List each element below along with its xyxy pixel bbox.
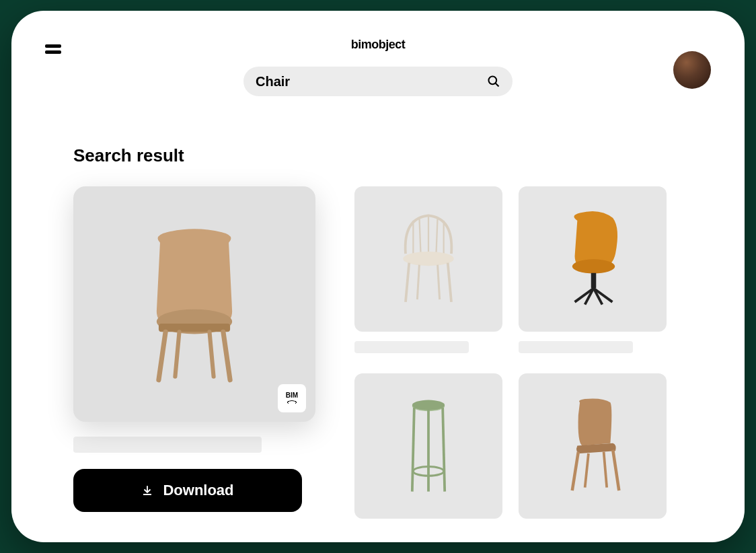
download-label: Download <box>163 482 233 499</box>
svg-line-17 <box>438 265 440 299</box>
bim-badge-label: BIM <box>286 392 298 399</box>
svg-line-32 <box>585 453 589 488</box>
product-card <box>519 373 667 519</box>
avatar[interactable] <box>673 51 711 89</box>
svg-line-33 <box>604 452 607 488</box>
svg-point-18 <box>572 260 615 274</box>
svg-line-4 <box>159 332 165 379</box>
bim-badge[interactable]: BIM <box>278 384 306 412</box>
swivel-chair-icon <box>541 208 644 309</box>
wood-chair-icon <box>541 395 644 496</box>
menu-button[interactable] <box>45 44 61 54</box>
product-image[interactable] <box>519 186 667 332</box>
svg-rect-3 <box>159 324 230 332</box>
download-button[interactable]: Download <box>73 469 302 512</box>
product-title-placeholder <box>73 437 262 453</box>
app-window: bimobject Search result <box>11 11 745 542</box>
svg-line-11 <box>436 217 437 256</box>
svg-line-1 <box>496 83 499 87</box>
product-title-placeholder <box>519 341 633 353</box>
svg-line-30 <box>572 452 578 490</box>
product-image[interactable] <box>354 186 502 332</box>
product-image[interactable] <box>519 373 667 519</box>
download-icon <box>141 484 153 496</box>
featured-product: BIM Download <box>73 186 315 519</box>
header: bimobject <box>45 38 711 118</box>
svg-line-16 <box>417 265 419 299</box>
svg-rect-19 <box>591 273 597 289</box>
logo: bimobject <box>351 38 406 52</box>
product-image[interactable] <box>354 373 502 519</box>
svg-line-31 <box>613 450 619 490</box>
svg-line-5 <box>223 332 230 379</box>
svg-line-6 <box>175 332 179 376</box>
svg-line-15 <box>448 263 451 302</box>
search-icon[interactable] <box>487 75 500 88</box>
svg-point-13 <box>403 252 454 266</box>
svg-line-7 <box>209 332 213 376</box>
search-input[interactable] <box>256 74 451 89</box>
product-title-placeholder <box>354 341 469 353</box>
product-card <box>354 373 502 519</box>
featured-product-card[interactable]: BIM <box>73 186 315 422</box>
rotate-icon <box>286 400 298 405</box>
svg-point-25 <box>412 400 445 410</box>
section-title: Search result <box>73 145 683 166</box>
svg-point-0 <box>489 77 497 85</box>
product-card <box>354 186 502 353</box>
results-grid: BIM Download <box>73 186 683 519</box>
svg-line-9 <box>419 217 420 256</box>
svg-line-26 <box>412 408 414 492</box>
search-bar[interactable] <box>243 67 513 96</box>
windsor-chair-icon <box>377 208 480 309</box>
content: Search result BIM <box>45 145 711 519</box>
bar-stool-icon <box>377 395 480 496</box>
svg-line-14 <box>406 263 409 302</box>
product-grid <box>354 186 683 519</box>
upholstered-chair-icon <box>110 222 279 387</box>
product-card <box>519 186 667 353</box>
svg-line-27 <box>443 408 445 492</box>
header-center: bimobject <box>243 38 513 96</box>
